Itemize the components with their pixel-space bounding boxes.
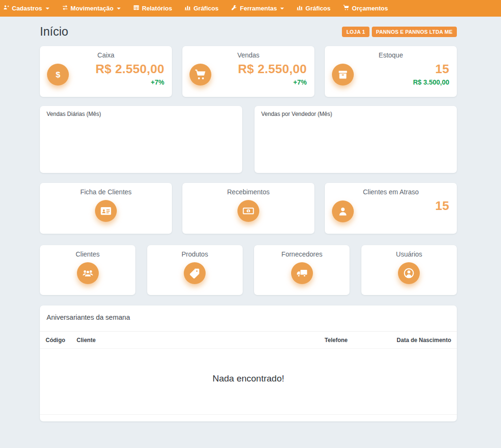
stat-value: R$ 2.550,00 xyxy=(238,62,307,76)
card-fornecedores[interactable]: Fornecedores xyxy=(254,245,350,295)
store-badges: LOJA 1 PANNOS E PANNOS LTDA ME xyxy=(342,27,457,37)
tag-icon xyxy=(184,262,206,284)
nav-item-cadastros[interactable]: Cadastros xyxy=(0,0,56,17)
column-header-codigo: Código xyxy=(40,332,71,349)
stat-title: Estoque xyxy=(325,46,457,59)
user-icon xyxy=(332,200,354,222)
id-card-icon xyxy=(95,200,117,222)
card-title: Clientes xyxy=(40,245,135,258)
chevron-down-icon xyxy=(280,8,284,10)
page-header: Início LOJA 1 PANNOS E PANNOS LTDA ME xyxy=(40,17,457,46)
card-usuarios[interactable]: Usuários xyxy=(361,245,457,295)
birthdays-panel: Aniversariantes da semana Código Cliente… xyxy=(40,305,457,421)
bar-chart-icon xyxy=(296,4,303,12)
table-header-row: Código Cliente Telefone Data de Nascimen… xyxy=(40,332,457,349)
company-badge: PANNOS E PANNOS LTDA ME xyxy=(372,27,457,37)
birthdays-panel-title: Aniversariantes da semana xyxy=(40,305,457,332)
stat-value: 15 xyxy=(435,62,449,76)
nav-item-label: Orçamentos xyxy=(352,5,388,12)
empty-state-row: Nada encontrado! xyxy=(40,349,457,415)
nav-item-label: Cadastros xyxy=(12,5,42,12)
column-header-cliente: Cliente xyxy=(71,332,292,349)
column-header-data-nascimento: Data de Nascimento xyxy=(353,332,457,349)
bar-chart-icon xyxy=(184,4,191,12)
overdue-count: 15 xyxy=(435,199,449,213)
nav-item-label: Gráficos xyxy=(305,5,331,12)
card-produtos[interactable]: Produtos xyxy=(147,245,243,295)
svg-text:$: $ xyxy=(56,70,60,79)
nav-item-label: Relatórios xyxy=(142,5,172,12)
chart-daily-sales: Vendas Diárias (Mês) xyxy=(40,106,242,173)
stat-title: Vendas xyxy=(182,46,314,59)
card-title: Ficha de Clientes xyxy=(40,183,172,196)
wrench-icon xyxy=(231,4,237,12)
nav-item-graficos-2[interactable]: Gráficos xyxy=(290,0,337,17)
exchange-icon xyxy=(62,4,68,12)
nav-item-relatorios[interactable]: Relatórios xyxy=(127,0,179,17)
user-plus-icon xyxy=(3,4,9,12)
shortcuts-row-1: Ficha de Clientes Recebimentos 1 Cliente… xyxy=(40,183,457,234)
charts-row: Vendas Diárias (Mês) Vendas por Vendedor… xyxy=(40,106,457,173)
cart-icon xyxy=(189,64,211,86)
stats-row: Caixa $ R$ 2.550,00 +7% Vendas R$ 2.550,… xyxy=(40,46,457,97)
users-icon xyxy=(77,262,99,284)
empty-state-message: Nada encontrado! xyxy=(40,349,457,415)
card-title: Fornecedores xyxy=(254,245,350,258)
card-title: Produtos xyxy=(147,245,243,258)
stat-subvalue: R$ 3.500,00 xyxy=(413,78,449,86)
store-badge: LOJA 1 xyxy=(342,27,369,37)
svg-text:1: 1 xyxy=(247,209,249,213)
truck-icon xyxy=(291,262,313,284)
chevron-down-icon xyxy=(117,8,121,10)
stat-card-vendas: Vendas R$ 2.550,00 +7% xyxy=(182,46,314,97)
user-circle-icon xyxy=(398,262,420,284)
dollar-icon: $ xyxy=(47,64,69,86)
nav-item-label: Gráficos xyxy=(193,5,218,12)
stat-delta: +7% xyxy=(151,78,164,86)
chart-title: Vendas Diárias (Mês) xyxy=(40,106,242,122)
nav-item-label: Movimentação xyxy=(71,5,113,12)
card-title: Clientes em Atraso xyxy=(325,183,457,196)
chart-title: Vendas por Vendedor (Mês) xyxy=(255,106,457,122)
box-icon xyxy=(332,64,354,86)
chevron-down-icon xyxy=(46,8,49,10)
card-recebimentos[interactable]: Recebimentos 1 xyxy=(182,183,314,234)
shortcuts-row-2: Clientes Produtos Fornecedores Usuários xyxy=(40,245,457,295)
stat-value: R$ 2.550,00 xyxy=(95,62,164,76)
card-clientes-em-atraso[interactable]: Clientes em Atraso 15 xyxy=(325,183,457,234)
nav-item-label: Ferramentas xyxy=(240,5,277,12)
nav-item-ferramentas[interactable]: Ferramentas xyxy=(225,0,290,17)
birthdays-table: Código Cliente Telefone Data de Nascimen… xyxy=(40,332,457,415)
panel-footer xyxy=(40,415,457,421)
card-title: Usuários xyxy=(361,245,457,258)
card-title: Recebimentos xyxy=(182,183,314,196)
cart-icon xyxy=(343,4,350,12)
card-ficha-de-clientes[interactable]: Ficha de Clientes xyxy=(40,183,172,234)
top-navbar: Cadastros Movimentação Relatórios Gráfic… xyxy=(0,0,501,17)
column-header-telefone: Telefone xyxy=(292,332,353,349)
stat-title: Caixa xyxy=(40,46,172,59)
chart-sales-by-seller: Vendas por Vendedor (Mês) xyxy=(255,106,457,173)
stat-card-caixa: Caixa $ R$ 2.550,00 +7% xyxy=(40,46,172,97)
nav-item-orcamentos[interactable]: Orçamentos xyxy=(337,0,394,17)
stat-card-estoque: Estoque 15 R$ 3.500,00 xyxy=(325,46,457,97)
card-clientes[interactable]: Clientes xyxy=(40,245,135,295)
nav-item-movimentacao[interactable]: Movimentação xyxy=(56,0,127,17)
money-bill-icon: 1 xyxy=(237,200,259,222)
nav-item-graficos-1[interactable]: Gráficos xyxy=(178,0,225,17)
table-icon xyxy=(133,4,140,12)
stat-delta: +7% xyxy=(293,78,307,86)
page-title: Início xyxy=(40,25,68,38)
